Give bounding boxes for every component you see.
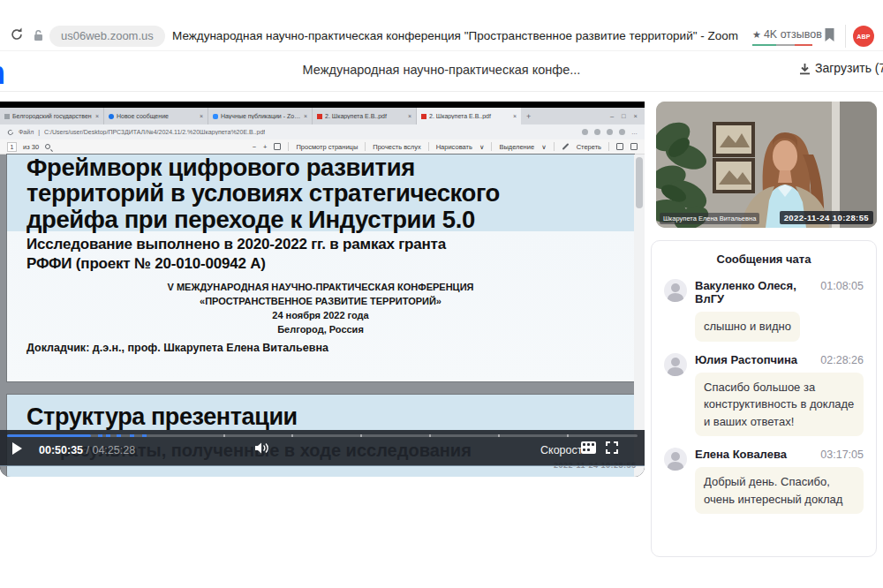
new-tab-icon: + [521, 108, 536, 124]
pdf-favicon [317, 114, 322, 119]
pdf-highlight-label: Выделение [499, 143, 534, 151]
file-path: C:/Users/user/Desktop/ПРС3ДИТАЛ/№4/2024.… [44, 129, 265, 135]
avatar [664, 448, 687, 471]
chat-message: Вакуленко Олеся, ВлГУ 01:08:05 слышно и … [664, 279, 864, 342]
zoom-header: m Международная научно-практическая конф… [0, 51, 883, 92]
player-controls: 00:50:35 / 04:25:28 Скорость [0, 430, 645, 466]
chat-time: 03:17:05 [820, 449, 864, 461]
more-icon: … [631, 129, 638, 135]
save-icon [616, 143, 623, 150]
site-favicon [4, 114, 10, 119]
print-icon [630, 143, 638, 150]
shared-tab: Научные публикации - Zoom× [208, 108, 313, 124]
site-favicon [109, 114, 114, 119]
fullscreen-icon[interactable] [606, 441, 618, 454]
chat-time: 01:08:05 [820, 280, 864, 292]
tab-close-icon: × [304, 113, 307, 119]
tab-close-icon: × [200, 113, 203, 119]
chevron-down-icon: ∨ [541, 143, 547, 151]
seek-progress [7, 434, 91, 437]
chat-bubble: Спасибо большое за конструктивность в до… [695, 373, 864, 437]
pdf-erase-label: Стереть [577, 143, 601, 151]
toolbar-divider [845, 25, 846, 48]
avatar [664, 353, 687, 376]
pdf-scrollbar[interactable] [634, 155, 645, 477]
lock-icon [33, 29, 44, 42]
maximize-icon: □ [622, 112, 626, 120]
download-icon [799, 64, 811, 75]
shared-tab: 2. Шкарупета Е.В..pdf× [313, 108, 417, 124]
chat-header: Сообщения чата [664, 253, 864, 266]
search-icon [45, 144, 50, 149]
pdf-read-aloud-label: Прочесть вслух [373, 143, 420, 151]
recording-title: Международная научно-практическая конфе.… [0, 63, 883, 77]
pdf-view-label: Просмотр страницы [296, 143, 358, 151]
extension-icons: … [582, 129, 638, 135]
pdf-content-area: Фреймворк цифрового развития территорий … [0, 155, 645, 477]
bookmark-icon[interactable] [824, 27, 835, 42]
seek-bar[interactable] [7, 434, 638, 437]
webcam-timestamp: 2022-11-24 10:28:55 [780, 211, 873, 224]
slide-page-1: Фреймворк цифрового развития территорий … [7, 155, 634, 381]
chat-time: 02:28:26 [820, 354, 864, 366]
chat-author: Юлия Растопчина [695, 353, 797, 366]
shared-screen-addressbar: Файл | C:/Users/user/Desktop/ПРС3ДИТАЛ/№… [0, 124, 645, 139]
slide-speaker-line: Докладчик: д.э.н., проф. Шкарупета Елена… [26, 342, 328, 354]
slide2-title: Структура презентации [26, 403, 298, 431]
chevron-down-icon: ∨ [479, 143, 485, 151]
reload-icon [7, 129, 14, 136]
tab-close-icon: × [513, 113, 517, 119]
thumbnails-icon[interactable] [581, 441, 596, 454]
address-bar[interactable]: us06web.zoom.us [49, 26, 165, 47]
star-icon: ★ [752, 29, 761, 40]
zoom-out-icon: − [253, 143, 256, 151]
pdf-page-input: 1 [7, 142, 17, 152]
file-scheme-label: Файл [19, 129, 34, 135]
chat-message: Юлия Растопчина 02:28:26 Спасибо большое… [664, 353, 864, 437]
webcam-scene [656, 102, 877, 228]
time-display: 00:50:35 / 04:25:28 [39, 444, 135, 456]
zoom-favicon [213, 114, 218, 119]
zoom-in-icon: + [263, 143, 267, 151]
reviews-link[interactable]: ★4K отзывов [752, 28, 822, 41]
browser-page-title: Международная научно-практическая конфер… [172, 29, 738, 42]
pdf-scroll-thumb[interactable] [636, 157, 643, 208]
play-button[interactable] [12, 442, 22, 455]
slide-grant-text: Исследование выполнено в 2020-2022 гг. в… [26, 235, 446, 273]
adblock-extension-icon[interactable]: ABP [853, 26, 874, 47]
pdf-page-count: из 30 [23, 143, 39, 151]
shared-tab-active: 2. Шкарупета Е.В..pdf× [417, 108, 521, 124]
slide-conference-block: V МЕЖДУНАРОДНАЯ НАУЧНО-ПРАКТИЧЕСКАЯ КОНФ… [7, 281, 634, 337]
shared-tab: Белгородский государствен× [0, 108, 104, 124]
webcam-name-label: Шкарупета Елена Витальевна [660, 213, 759, 224]
tab-close-icon: × [408, 113, 411, 119]
shared-screen-tabbar: Белгородский государствен× Новое сообщен… [0, 108, 645, 124]
avatar [664, 279, 687, 302]
reviews-underline [752, 44, 812, 46]
minimize-icon: – [610, 112, 614, 120]
reload-icon[interactable] [9, 26, 25, 42]
chat-author: Елена Ковалева [695, 448, 787, 461]
close-icon: × [634, 112, 638, 120]
eraser-icon [562, 143, 569, 150]
chat-bubble: слышно и видно [695, 312, 800, 342]
chat-message: Елена Ковалева 03:17:05 Добрый день. Спа… [664, 448, 864, 514]
speaker-webcam-video[interactable]: Шкарупета Елена Витальевна 2022-11-24 10… [656, 102, 877, 228]
tab-close-icon: × [95, 113, 99, 119]
chat-bubble: Добрый день. Спасибо, очень интересный д… [695, 467, 864, 514]
pdf-toolbar: 1 из 30 − + Просмотр страницы Прочесть в… [0, 139, 645, 155]
download-button[interactable]: Загрузить (7 ф [799, 61, 883, 82]
page: us06web.zoom.us Международная научно-пра… [0, 0, 883, 588]
fit-page-icon [274, 143, 281, 150]
video-player[interactable]: Белгородский государствен× Новое сообщен… [0, 102, 645, 477]
window-controls: – □ × [603, 108, 645, 124]
chat-panel: Сообщения чата Вакуленко Олеся, ВлГУ 01:… [651, 240, 877, 557]
pdf-favicon [421, 114, 426, 119]
chat-author: Вакуленко Олеся, ВлГУ [695, 279, 820, 305]
pdf-draw-label: Нарисовать [436, 143, 472, 151]
volume-icon[interactable] [254, 441, 270, 455]
slide-title: Фреймворк цифрового развития территорий … [26, 155, 500, 232]
browser-toolbar: us06web.zoom.us Международная научно-пра… [0, 0, 883, 51]
shared-tab: Новое сообщение× [104, 108, 208, 124]
